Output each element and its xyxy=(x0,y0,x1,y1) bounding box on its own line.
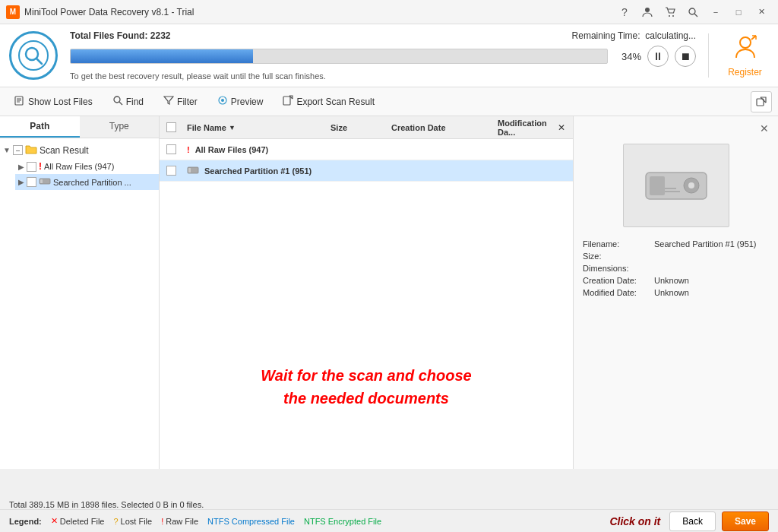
raw-files-label: All Raw Files (947) xyxy=(44,162,114,171)
file-tree: ▼ – Scan Result ▶ ! All Raw Files (947) xyxy=(0,138,159,193)
select-all-checkbox[interactable] xyxy=(166,122,176,132)
partition-icon xyxy=(39,176,51,188)
preview-filename-value: Searched Partition #1 (951) xyxy=(654,239,757,249)
row-raw-icon: ! xyxy=(187,145,190,154)
row-checkbox-2[interactable] xyxy=(166,166,176,176)
preview-button[interactable]: Preview xyxy=(209,91,272,112)
preview-hdd-image xyxy=(642,161,710,211)
svg-rect-26 xyxy=(188,168,191,173)
row-checkbox[interactable] xyxy=(166,144,176,154)
close-button[interactable]: ✕ xyxy=(751,2,772,23)
left-panel: Path Type ▼ – Scan Result ▶ ! All Raw xyxy=(0,116,160,469)
register-area[interactable]: Register xyxy=(708,33,769,78)
raw-files-checkbox[interactable] xyxy=(27,162,36,172)
minimize-button[interactable]: − xyxy=(705,2,726,23)
export-scan-button[interactable]: Export Scan Result xyxy=(274,91,383,112)
row-checkbox-area[interactable] xyxy=(160,144,182,154)
pause-button[interactable]: ⏸ xyxy=(647,46,669,67)
svg-point-18 xyxy=(221,99,224,102)
tab-path[interactable]: Path xyxy=(0,116,80,138)
find-label: Find xyxy=(126,97,144,107)
col-header-size[interactable]: Size xyxy=(326,123,387,132)
total-count: 2232 xyxy=(150,30,171,41)
preview-close-button[interactable]: ✕ xyxy=(754,119,775,138)
progress-percent: 34% xyxy=(614,51,641,62)
header-checkbox-area[interactable] xyxy=(160,122,182,132)
stop-button[interactable]: ⏹ xyxy=(675,46,696,67)
tree-root-checkbox[interactable]: – xyxy=(13,145,23,155)
preview-panel: ✕ Filename: Searched Partition #1 (951) xyxy=(573,116,778,469)
preview-label: Preview xyxy=(231,97,264,107)
preview-creation-key: Creation Date: xyxy=(583,276,651,285)
preview-icon xyxy=(217,95,228,108)
export-scan-label: Export Scan Result xyxy=(296,97,375,107)
status-bar: Legend: ✕ Deleted File ? Lost File ! Raw… xyxy=(0,509,778,532)
register-label: Register xyxy=(728,67,762,78)
legend-ntfs-compressed: NTFS Compressed File xyxy=(207,517,295,526)
svg-point-15 xyxy=(114,97,120,103)
save-button[interactable]: Save xyxy=(722,511,769,531)
help-icon[interactable]: ? xyxy=(614,2,635,23)
tab-type[interactable]: Type xyxy=(80,116,160,138)
row-filename: ! All Raw Files (947) xyxy=(182,145,341,154)
partition-label: Searched Partition ... xyxy=(53,178,131,187)
col-header-modification[interactable]: Modification Da... xyxy=(493,119,558,137)
file-list: ! All Raw Files (947) xyxy=(160,139,573,304)
main-area: Path Type ▼ – Scan Result ▶ ! All Raw xyxy=(0,116,778,469)
legend-lost: ? Lost File xyxy=(113,517,152,526)
instruction-line2: the needed documents xyxy=(261,387,471,410)
app-logo: M xyxy=(6,5,20,19)
preview-modified-key: Modified Date: xyxy=(583,288,651,297)
svg-rect-24 xyxy=(40,179,43,183)
legend-ntfs-encrypted: NTFS Encrypted File xyxy=(304,517,381,526)
legend-label: Legend: xyxy=(9,517,42,526)
instruction-overlay: Wait for the scan and choose the needed … xyxy=(160,304,573,469)
file-table-header: File Name ▼ Size Creation Date Modificat… xyxy=(160,116,573,139)
legend-raw: ! Raw File xyxy=(161,517,198,526)
filter-button[interactable]: Filter xyxy=(155,91,206,112)
partition-checkbox[interactable] xyxy=(27,177,36,187)
progress-bar-fill xyxy=(71,49,253,63)
file-legend: Legend: ✕ Deleted File ? Lost File ! Raw… xyxy=(9,516,381,526)
tree-root-label: Scan Result xyxy=(40,145,89,156)
scan-hint: To get the best recovery result, please … xyxy=(70,71,696,81)
back-button[interactable]: Back xyxy=(669,511,716,531)
status-right: Click on it Back Save xyxy=(609,511,769,531)
show-lost-files-label: Show Lost Files xyxy=(28,97,93,107)
export-icon xyxy=(283,95,293,108)
register-icon xyxy=(732,33,759,67)
export-right-button[interactable] xyxy=(751,91,772,112)
preview-creation-value: Unknown xyxy=(654,276,689,285)
instruction-line1: Wait for the scan and choose xyxy=(261,364,471,387)
show-lost-files-button[interactable]: Show Lost Files xyxy=(6,91,101,112)
svg-point-7 xyxy=(740,37,751,48)
tree-root-scan-result[interactable]: ▼ – Scan Result xyxy=(0,141,159,159)
preview-dimensions-key: Dimensions: xyxy=(583,264,651,273)
preview-filename-row: Filename: Searched Partition #1 (951) xyxy=(583,239,769,249)
col-header-creation[interactable]: Creation Date xyxy=(387,123,493,132)
svg-rect-28 xyxy=(650,176,665,195)
user-icon[interactable] xyxy=(637,2,658,23)
scan-header: Total Files Found: 2232 Remaining Time: … xyxy=(0,24,778,87)
col-header-close[interactable]: ✕ xyxy=(558,122,573,133)
status-info: Total 389.15 MB in 1898 files. Selected … xyxy=(9,500,204,509)
toolbar-right xyxy=(751,91,772,112)
tree-expand-icon: ▶ xyxy=(18,163,24,171)
svg-line-6 xyxy=(36,59,42,64)
tree-item-searched-partition[interactable]: ▶ Searched Partition ... xyxy=(15,174,159,190)
row-checkbox-area-2[interactable] xyxy=(160,166,182,176)
table-row[interactable]: Searched Partition #1 (951) xyxy=(160,160,573,182)
table-row[interactable]: ! All Raw Files (947) xyxy=(160,139,573,160)
tree-item-raw-files[interactable]: ▶ ! All Raw Files (947) xyxy=(15,159,159,174)
col-header-filename[interactable]: File Name ▼ xyxy=(182,123,326,132)
cart-icon[interactable] xyxy=(659,2,681,23)
maximize-button[interactable]: □ xyxy=(728,2,749,23)
find-button[interactable]: Find xyxy=(104,91,152,112)
search-title-icon[interactable] xyxy=(682,2,704,23)
remaining-time: Remaining Time: calculating... xyxy=(572,30,696,41)
instruction-text: Wait for the scan and choose the needed … xyxy=(261,364,471,410)
title-bar: M MiniTool Power Data Recovery v8.1 - Tr… xyxy=(0,0,778,24)
svg-point-2 xyxy=(672,15,674,17)
find-icon xyxy=(112,95,123,108)
svg-point-30 xyxy=(688,182,694,188)
